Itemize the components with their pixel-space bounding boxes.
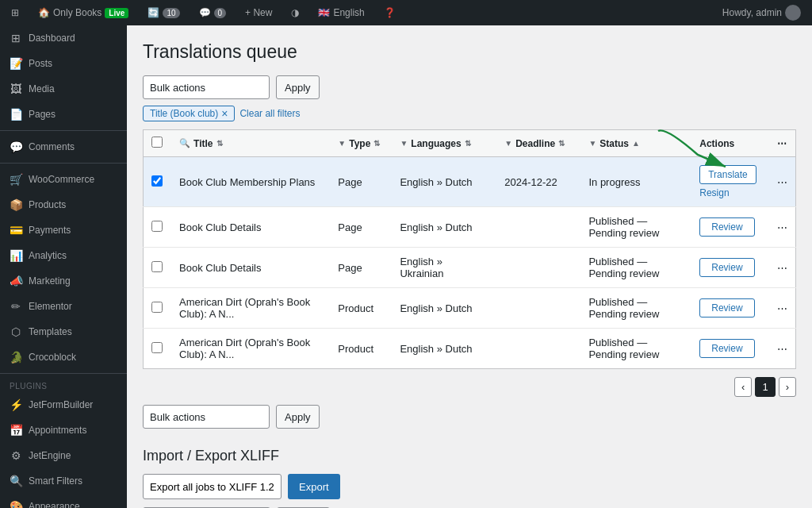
sidebar-item-woocommerce[interactable]: 🛒WooCommerce [0,167,127,192]
language-switcher[interactable]: 🇬🇧 English [313,4,369,21]
payments-icon: 💳 [10,224,22,237]
sidebar-item-pages[interactable]: 📄Pages [0,102,127,127]
row-languages: English » Ukrainian [392,248,496,288]
row-actions-cell: Review [691,288,769,329]
sidebar-item-appointments[interactable]: 📅Appointments [0,418,127,443]
row-checkbox[interactable] [151,221,163,232]
marketing-icon: 📣 [10,275,22,287]
sidebar-item-jetformbuilder[interactable]: ⚡JetFormBuilder [0,392,127,418]
import-export-title: Import / Export XLIFF [143,448,796,464]
sidebar-item-payments[interactable]: 💳Payments [0,217,127,243]
sidebar-item-label: Media [29,83,55,94]
sidebar-item-analytics[interactable]: 📊Analytics [0,243,127,268]
updates-menu[interactable]: 🔄 10 [143,4,184,21]
posts-icon: 📝 [10,57,22,70]
sidebar-item-smart-filters[interactable]: 🔍Smart Filters [0,468,127,494]
comments-icon: 💬 [199,7,211,18]
sidebar-item-label: Templates [29,326,72,337]
sidebar-item-comments[interactable]: 💬Comments [0,134,127,160]
appearance-icon: 🎨 [10,500,22,508]
row-more-options[interactable]: ⋯ [769,288,796,329]
table-row: Book Club DetailsPageEnglish » DutchPubl… [144,207,796,248]
resign-link[interactable]: Resign [699,187,761,198]
row-more-options[interactable]: ⋯ [769,207,796,248]
sidebar-item-jetengine[interactable]: ⚙JetEngine [0,443,127,468]
col-header-more[interactable]: ⋯ [769,130,796,157]
sidebar-item-media[interactable]: 🖼Media [0,76,127,102]
apply-button-top[interactable]: Apply [276,75,320,99]
bulk-actions-select-top[interactable]: Bulk actions [143,75,270,99]
new-content-menu[interactable]: + New [240,4,277,21]
current-page-button[interactable]: 1 [755,377,775,397]
translate-icon-item[interactable]: ◑ [286,4,304,21]
col-header-title[interactable]: 🔍 Title ⇅ [171,130,330,157]
sidebar-item-marketing[interactable]: 📣Marketing [0,268,127,294]
row-checkbox[interactable] [151,175,163,187]
review-button[interactable]: Review [699,298,754,318]
comments-icon: 💬 [10,140,22,153]
row-deadline [496,248,580,288]
col-header-status[interactable]: ▼ Status ▲ [580,130,691,157]
filter-tag-close-icon[interactable]: × [221,108,228,119]
help-button[interactable]: ❓ [379,4,400,21]
sidebar-item-posts[interactable]: 📝Posts [0,51,127,76]
languages-filter-icon: ▼ [400,139,408,148]
avatar [785,5,801,21]
row-languages: English » Dutch [392,288,496,329]
wp-logo[interactable]: ⊞ [6,4,24,21]
clear-all-filters-link[interactable]: Clear all filters [239,108,300,119]
review-button[interactable]: Review [699,258,754,277]
row-status: Published — Pending review [580,288,691,329]
sidebar-item-dashboard[interactable]: ⊞Dashboard [0,25,127,51]
deadline-sort-icon: ⇅ [558,139,565,148]
select-all-checkbox[interactable] [151,137,163,148]
help-icon: ❓ [384,7,396,18]
row-checkbox[interactable] [151,261,163,272]
appointments-icon: 📅 [10,424,22,437]
review-button[interactable]: Review [699,217,754,237]
title-filter-tag[interactable]: Title (Book club) × [143,106,235,121]
col-header-languages[interactable]: ▼ Languages ⇅ [392,130,496,157]
sidebar-item-templates[interactable]: ⬡Templates [0,319,127,344]
row-actions-cell: Review [691,207,769,248]
comments-menu[interactable]: 💬 0 [194,4,232,21]
products-icon: 📦 [10,198,22,211]
sidebar-item-elementor[interactable]: ✏Elementor [0,294,127,319]
sidebar: ⊞Dashboard📝Posts🖼Media📄Pages💬Comments🛒Wo… [0,25,127,508]
bulk-actions-select-bottom[interactable]: Bulk actions [143,405,270,429]
row-title: American Dirt (Oprah's Book Club): A N..… [171,329,330,369]
media-icon: 🖼 [10,83,22,95]
flag-icon: 🇬🇧 [318,7,330,18]
filter-tags-bar: Title (Book club) × Clear all filters [143,106,796,121]
sidebar-item-products[interactable]: 📦Products [0,192,127,217]
row-status: Published — Pending review [580,207,691,248]
export-button[interactable]: Export [288,474,340,499]
row-more-options[interactable]: ⋯ [769,157,796,207]
sidebar-item-label: Pages [29,109,56,120]
wp-icon: ⊞ [11,7,19,18]
col-header-deadline[interactable]: ▼ Deadline ⇅ [496,130,580,157]
export-version-select[interactable]: Export all jobs to XLIFF 1.2 [143,474,282,499]
translate-button[interactable]: Translate [699,165,756,184]
row-checkbox[interactable] [151,302,163,313]
title-sort-icon: ⇅ [216,139,223,148]
sidebar-item-crocoblock[interactable]: 🐊Crocoblock [0,344,127,370]
row-checkbox[interactable] [151,342,163,353]
apply-button-bottom[interactable]: Apply [276,405,320,429]
row-more-options[interactable]: ⋯ [769,248,796,288]
sidebar-item-label: Dashboard [29,33,75,44]
row-actions-cell: Review [691,329,769,369]
howdy-menu[interactable]: Howdy, admin [718,2,806,24]
status-filter-icon: ▼ [588,139,596,148]
sidebar-item-label: Smart Filters [29,475,82,487]
site-icon: 🏠 [38,7,50,18]
review-button[interactable]: Review [699,339,754,358]
table-row: Book Club Membership PlansPageEnglish » … [144,157,796,207]
next-page-button[interactable]: › [779,377,796,397]
col-header-type[interactable]: ▼ Type ⇅ [330,130,392,157]
row-more-options[interactable]: ⋯ [769,329,796,369]
sidebar-item-label: Elementor [29,301,72,312]
sidebar-item-appearance[interactable]: 🎨Appearance [0,494,127,508]
prev-page-button[interactable]: ‹ [734,377,752,397]
site-name[interactable]: 🏠 Only Books Live [33,4,133,21]
